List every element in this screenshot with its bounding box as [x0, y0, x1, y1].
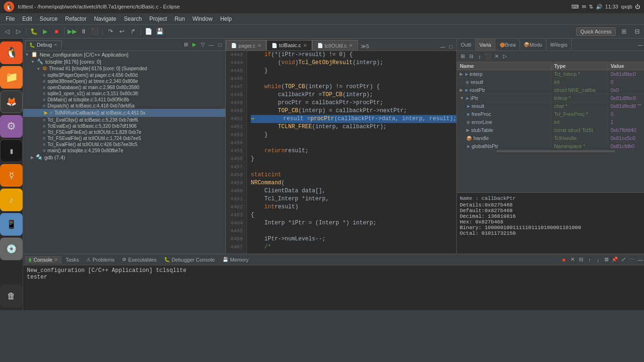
suspend-btn[interactable]: ⏸ [78, 26, 89, 37]
var-row-freeproc[interactable]: ➤ freeProc Tcl_FreeProc * 0 [457, 110, 644, 118]
expand-rootptr[interactable]: ▶ [460, 88, 463, 92]
quick-access-btn[interactable]: Quick Access [576, 27, 616, 36]
menu-source[interactable]: Source [36, 15, 61, 23]
pager-close[interactable]: ✕ [257, 43, 261, 48]
frame-9[interactable]: ≡ Tcl_FSEvalFileEx() at tclIOUtil.c:1,82… [23, 129, 225, 135]
menu-edit[interactable]: Edit [18, 15, 36, 23]
frame-0[interactable]: ≡ sqlite3PagerOpen() at pager.c:4,656 0x… [23, 72, 225, 78]
code-editor[interactable]: if (*(iPtr->result) != 0) { (void) Tcl_G… [247, 51, 456, 254]
dock-terminal[interactable]: ▮ [0, 140, 23, 162]
new-btn[interactable]: 📄 [143, 26, 154, 37]
dock-ubuntu[interactable]: 🐧 [0, 41, 23, 64]
expand-stubtable[interactable]: ▶ [466, 128, 470, 132]
console-tab-executables[interactable]: ⚙ Executables [118, 256, 160, 263]
expand-iptr[interactable]: ▼ [460, 96, 464, 100]
console-tab-console[interactable]: ▮ Console ✕ [25, 256, 62, 263]
dock-files[interactable]: 📁 [0, 66, 23, 89]
perspective-btn[interactable]: ⊞ [619, 26, 629, 37]
frame-6[interactable]: ➤ ≡ TclNRRunCallbacks() at tclBasic.c:4,… [23, 109, 225, 117]
debug-resume[interactable]: ▶ [190, 41, 198, 49]
frame-11[interactable]: ≡ Tcl_EvalFile() at tclIOUtil.c:426 0xb7… [23, 141, 225, 148]
vars-action-2[interactable]: ⊟ [467, 53, 475, 60]
console-action-1[interactable]: ⊟ [577, 256, 585, 263]
editor-content[interactable]: 4443 4444 4445 4446 4447 4448 4449 4450 … [226, 51, 456, 254]
dock-trash[interactable]: 🗑 [0, 285, 23, 307]
dock-firefox[interactable]: 🦊 [0, 90, 23, 113]
console-stop[interactable]: ■ [560, 256, 568, 263]
menu-file[interactable]: File [2, 15, 18, 23]
console-tab-problems[interactable]: ⚠ Problems [83, 256, 118, 263]
menu-refactor[interactable]: Refactor [61, 15, 90, 23]
var-row-iptr[interactable]: ▼ ➤ iPtr Interp * 0x81d9bc0 [457, 94, 644, 102]
dock-eclipse[interactable]: ☿ [0, 164, 23, 187]
resume-btn[interactable]: ▶▶ [67, 26, 77, 37]
vars-tab-varia[interactable]: Varia [476, 39, 495, 50]
menu-project[interactable]: Project [146, 15, 171, 23]
console-action-2[interactable]: ↑ [586, 256, 593, 263]
tree-config[interactable]: ▼ 📋 New_configuration [C/C++ Application… [23, 51, 225, 58]
forward-btn[interactable]: ▷ [13, 26, 24, 37]
var-row-rootptr[interactable]: ▶ ➤ rootPtr struct NRE_callba 0x0 [457, 86, 644, 94]
var-row-stubtable[interactable]: ▶ stubTable const struct TclSt 0xb7fbfd4… [457, 126, 644, 134]
vars-table[interactable]: Name Type Value ▶ ➤ interp Tcl_Interp * … [457, 62, 644, 192]
console-open-in[interactable]: ⤢ [619, 256, 627, 263]
menu-help[interactable]: Help [216, 15, 236, 23]
vars-tab-brea[interactable]: ⬤ Brea [496, 39, 520, 50]
debug-expand[interactable]: ▽ [199, 41, 206, 49]
frame-1[interactable]: ≡ sqlite3BtreeOpen() at btree.c:2,340 0x… [23, 78, 225, 84]
var-row-result-top[interactable]: ⊕ result int 0 [457, 78, 644, 86]
menu-search[interactable]: Search [120, 15, 146, 23]
editor-tab-tclio[interactable]: 📄 tclIOUtil.c ✕ [312, 40, 358, 50]
vars-minimize[interactable]: — [636, 41, 644, 49]
frame-8[interactable]: ≡ TclEvalEx() at tclBasic.c:5,320 0xb7df… [23, 123, 225, 129]
back-btn[interactable]: ◁ [2, 26, 12, 37]
debug-tab[interactable]: 🐛 Debug ✕ [25, 41, 62, 49]
frame-12[interactable]: ≡ main() at tclsqlite.c:4,259 0x80fbe7e [23, 148, 225, 154]
var-row-handle[interactable]: 📦 handle TclHandle 0x81cc5c0 [457, 134, 644, 142]
tree-thread[interactable]: ▼ ⚙ Thread #1 [tclsqlite] 6176 [core: 0]… [23, 65, 225, 72]
vars-tab-outli[interactable]: Outli [457, 39, 476, 50]
expand-interp[interactable]: ▶ [460, 72, 463, 76]
var-row-globalnsptr[interactable]: ➤ globalNsPtr Namespace * 0x81cfdb0 [457, 142, 644, 150]
tclbasic-close[interactable]: ✕ [303, 43, 307, 48]
more-tabs[interactable]: ≫5 [358, 42, 372, 50]
dock-drive[interactable]: 💿 [0, 238, 23, 260]
tree-gdb[interactable]: ▶ 🔩 gdb (7.4) [23, 154, 225, 161]
vars-tab-modu[interactable]: 📦 Modu [520, 39, 547, 50]
step-over-btn[interactable]: ↩ [116, 26, 127, 37]
console-action-more[interactable]: ⋯ [628, 256, 636, 263]
console-tab-debugger[interactable]: 🐛 Debugger Console [160, 256, 219, 263]
debug-btn[interactable]: 🐛 [29, 26, 39, 37]
menu-navigate[interactable]: Navigate [90, 15, 120, 23]
frame-10[interactable]: ≡ Tcl_FSEvalFile() at tclIOUtil.c:1,724 … [23, 135, 225, 141]
console-close-btn[interactable]: ✕ [569, 256, 576, 263]
editor-maximize[interactable]: □ [447, 43, 454, 50]
vars-action-5[interactable]: ✕ [493, 53, 500, 60]
console-close[interactable]: ✕ [54, 257, 58, 262]
vars-action-1[interactable]: ⊞ [459, 53, 466, 60]
save-btn[interactable]: 💾 [155, 26, 165, 37]
frame-7[interactable]: ≡ Tcl_EvalObjv() at tclBasic.c:5,238 0xb… [23, 117, 225, 123]
layout-btn[interactable]: ⊟ [632, 26, 642, 37]
dock-phone[interactable]: 📱 [0, 213, 23, 236]
step-into-btn[interactable]: ↷ [105, 26, 116, 37]
debug-maximize[interactable]: □ [216, 41, 223, 49]
vars-action-3[interactable]: ↕ [476, 53, 483, 60]
frame-3[interactable]: ≡ sqlite3_open_v2() at main.c:3,151 0x80… [23, 90, 225, 97]
var-row-interp[interactable]: ▶ ➤ interp Tcl_Interp * 0x81d9bc0 [457, 70, 644, 78]
console-pin[interactable]: 📌 [611, 256, 619, 263]
step-return-btn[interactable]: ↱ [128, 26, 138, 37]
dock-settings[interactable]: ⚙ [0, 115, 23, 138]
menu-window[interactable]: Window [189, 15, 216, 23]
editor-tab-pager[interactable]: 📄 pager.c ✕ [226, 40, 266, 50]
frame-2[interactable]: ≡ openDatabase() at main.c:2,968 0x80c35… [23, 84, 225, 90]
debug-action-1[interactable]: ⊞ [182, 41, 190, 49]
frame-5[interactable]: ≡ Dispatch() at tclBasic.c:4,418 0xb7def… [23, 103, 225, 109]
tree-process[interactable]: ▼ 🔧 tclsqlite [6176] [cores: 0] [23, 58, 225, 65]
run-btn[interactable]: ▶ [40, 26, 50, 37]
vars-action-4[interactable]: ⬛ [484, 53, 492, 60]
editor-minimize[interactable]: — [438, 43, 446, 50]
console-tab-memory[interactable]: 💾 Memory [219, 256, 253, 263]
frame-4[interactable]: ≡ DbMain() at tclsqlite.c:3,411 0x80f9c8… [23, 97, 225, 103]
var-row-errorline[interactable]: ⊕ errorLine int 1 [457, 118, 644, 126]
